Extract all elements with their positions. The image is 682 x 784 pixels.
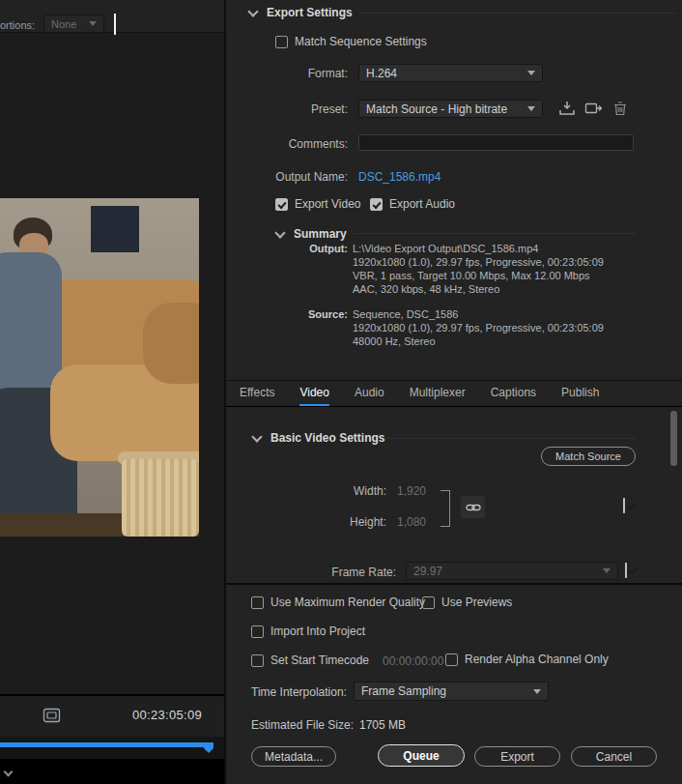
chevron-down-icon bbox=[251, 431, 262, 442]
summary-title: Summary bbox=[294, 227, 347, 241]
use-max-render-row[interactable]: Use Maximum Render Quality bbox=[251, 595, 425, 609]
zoom-level-dropdown[interactable] bbox=[5, 765, 20, 778]
output-name-link[interactable]: DSC_1586.mp4 bbox=[358, 170, 440, 184]
export-settings-title: Export Settings bbox=[267, 6, 353, 19]
crop-proportions-value: None bbox=[51, 18, 76, 30]
frame-rate-dropdown[interactable]: 29.97 bbox=[406, 562, 618, 580]
summary-source-label: Source: bbox=[280, 308, 348, 320]
match-source-button[interactable]: Match Source bbox=[541, 447, 636, 466]
summary-output-line: AAC, 320 kbps, 48 kHz, Stereo bbox=[353, 283, 499, 295]
comments-input[interactable] bbox=[358, 134, 634, 151]
chevron-down-icon bbox=[89, 21, 97, 26]
set-start-timecode-checkbox[interactable] bbox=[251, 654, 264, 667]
export-audio-checkbox[interactable] bbox=[370, 198, 383, 211]
wicker-basket bbox=[122, 459, 199, 537]
dimensions-match-checkbox[interactable] bbox=[623, 498, 625, 513]
save-preset-button[interactable] bbox=[558, 100, 576, 117]
preset-dropdown[interactable]: Match Source - High bitrate bbox=[358, 100, 543, 118]
import-into-project-checkbox[interactable] bbox=[251, 625, 264, 638]
fit-frame-button[interactable] bbox=[41, 706, 62, 725]
scrollbar-thumb[interactable] bbox=[670, 411, 677, 466]
render-alpha-row[interactable]: Render Alpha Channel Only bbox=[445, 653, 609, 666]
format-label: Format: bbox=[232, 67, 348, 80]
preset-value: Match Source - High bitrate bbox=[366, 102, 507, 116]
chevron-down-icon bbox=[527, 71, 535, 75]
render-alpha-checkbox[interactable] bbox=[445, 653, 458, 666]
render-alpha-label: Render Alpha Channel Only bbox=[465, 653, 609, 666]
playback-progress-bar[interactable] bbox=[0, 742, 207, 747]
tab-effects[interactable]: Effects bbox=[240, 381, 274, 406]
chevron-down-icon bbox=[527, 106, 535, 111]
export-video-row[interactable]: Export Video bbox=[275, 197, 361, 211]
height-value: 1,080 bbox=[397, 515, 426, 529]
metadata-button[interactable]: Metadata... bbox=[251, 746, 336, 767]
tabs-bottom-rule bbox=[226, 406, 682, 407]
basic-video-settings-header[interactable]: Basic Video Settings bbox=[253, 431, 384, 445]
estimated-size-label: Estimated File Size: bbox=[251, 718, 354, 732]
summary-source-line: 1920x1080 (1.0), 29.97 fps, Progressive,… bbox=[353, 322, 604, 334]
estimated-size-value: 1705 MB bbox=[359, 718, 406, 732]
summary-rule bbox=[354, 233, 636, 234]
basic-video-rule bbox=[384, 438, 636, 439]
export-audio-row[interactable]: Export Audio bbox=[370, 197, 455, 211]
set-start-timecode-row[interactable]: Set Start Timecode bbox=[251, 653, 369, 667]
output-name-label: Output Name: bbox=[232, 170, 348, 184]
chain-link-icon bbox=[466, 503, 481, 512]
export-button[interactable]: Export bbox=[474, 746, 560, 767]
width-label: Width: bbox=[270, 484, 386, 498]
tab-publish[interactable]: Publish bbox=[561, 381, 599, 406]
width-value: 1,920 bbox=[397, 484, 426, 498]
format-value: H.264 bbox=[366, 67, 397, 80]
delete-preset-button[interactable] bbox=[612, 100, 628, 117]
summary-output-line: L:\Video Export Output\DSC_1586.mp4 bbox=[353, 243, 538, 254]
fit-frame-icon bbox=[43, 708, 61, 723]
import-into-project-row[interactable]: Import Into Project bbox=[251, 624, 365, 638]
summary-header[interactable]: Summary bbox=[276, 227, 347, 241]
use-previews-checkbox[interactable] bbox=[422, 596, 435, 609]
summary-output-line: VBR, 1 pass, Target 10.00 Mbps, Max 12.0… bbox=[353, 270, 590, 281]
summary-output-line: 1920x1080 (1.0), 29.97 fps, Progressive,… bbox=[353, 256, 604, 268]
export-settings-dialog: ortions: None 00:23:05:09 bbox=[0, 0, 682, 784]
tab-audio[interactable]: Audio bbox=[355, 381, 384, 406]
dimension-link-bracket bbox=[440, 490, 450, 527]
preview-timecode: 00:23:05:09 bbox=[132, 708, 202, 722]
tab-multiplexer[interactable]: Multiplexer bbox=[410, 381, 466, 406]
couch-armrest bbox=[143, 303, 199, 384]
settings-tabbar: Effects Video Audio Multiplexer Captions… bbox=[226, 381, 682, 406]
time-interpolation-dropdown[interactable]: Frame Sampling bbox=[354, 682, 549, 701]
use-previews-label: Use Previews bbox=[441, 595, 512, 609]
link-width-height-button[interactable] bbox=[461, 496, 485, 518]
trash-icon bbox=[613, 101, 627, 116]
text-cursor bbox=[114, 14, 116, 35]
format-dropdown[interactable]: H.264 bbox=[358, 64, 543, 82]
export-settings-header[interactable]: Export Settings bbox=[249, 6, 353, 19]
tab-video[interactable]: Video bbox=[299, 381, 328, 406]
frame-rate-match-checkbox[interactable] bbox=[625, 563, 627, 578]
queue-button[interactable]: Queue bbox=[378, 744, 465, 767]
import-into-project-label: Import Into Project bbox=[270, 624, 365, 638]
match-sequence-label: Match Sequence Settings bbox=[295, 35, 427, 48]
export-video-checkbox[interactable] bbox=[275, 198, 288, 211]
start-timecode-value[interactable]: 00:00:00:00 bbox=[383, 654, 443, 668]
use-previews-row[interactable]: Use Previews bbox=[422, 595, 512, 609]
chevron-down-icon bbox=[4, 768, 14, 777]
bottom-left-strip bbox=[0, 759, 224, 784]
export-audio-label: Export Audio bbox=[389, 197, 455, 211]
height-label: Height: bbox=[270, 515, 386, 529]
match-sequence-checkbox[interactable] bbox=[275, 36, 288, 48]
cancel-button[interactable]: Cancel bbox=[571, 746, 657, 767]
time-interpolation-value: Frame Sampling bbox=[361, 684, 446, 698]
header-rule bbox=[359, 13, 676, 14]
comments-label: Comments: bbox=[232, 137, 348, 151]
summary-source-line: Sequence, DSC_1586 bbox=[353, 308, 458, 320]
import-preset-button[interactable] bbox=[584, 100, 604, 117]
bottom-section-divider bbox=[226, 583, 682, 585]
video-preview-frame[interactable] bbox=[0, 198, 199, 537]
basic-video-settings-title: Basic Video Settings bbox=[270, 431, 384, 445]
match-sequence-settings-row[interactable]: Match Sequence Settings bbox=[275, 35, 427, 48]
chevron-down-icon bbox=[247, 6, 258, 16]
crop-proportions-dropdown[interactable]: None bbox=[43, 15, 104, 33]
summary-source-line: 48000 Hz, Stereo bbox=[353, 335, 436, 347]
use-max-render-checkbox[interactable] bbox=[251, 596, 264, 609]
tab-captions[interactable]: Captions bbox=[491, 381, 536, 406]
